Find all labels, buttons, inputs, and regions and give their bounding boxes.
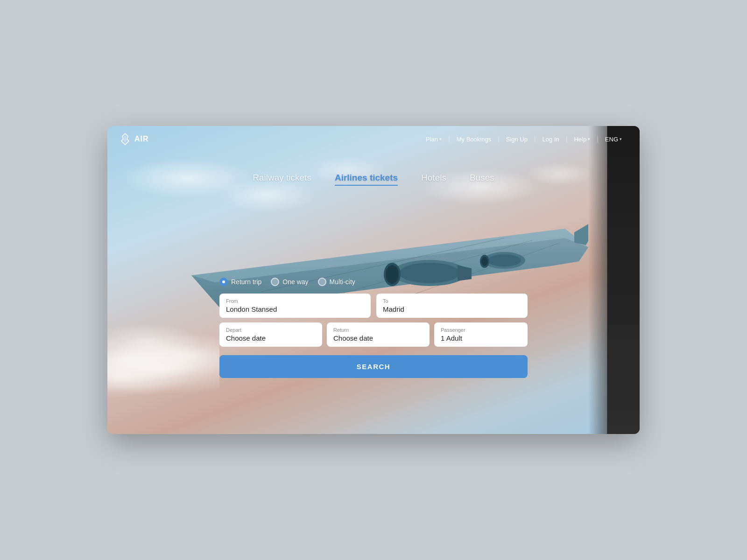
- clouds-bottom: [107, 303, 219, 397]
- radio-one-way[interactable]: One way: [271, 278, 308, 286]
- nav-language[interactable]: ENG ▾: [599, 136, 628, 143]
- nav-my-bookings[interactable]: My Bookings: [450, 136, 498, 143]
- to-value: Madrid: [383, 305, 521, 313]
- nav-sign-up[interactable]: Sign Up: [500, 136, 534, 143]
- logo[interactable]: AIR: [119, 133, 149, 146]
- depart-field[interactable]: Depart Choose date: [219, 322, 322, 347]
- radio-multicity-icon: [318, 278, 326, 286]
- radio-oneway-icon: [271, 278, 279, 286]
- nav-plan[interactable]: Plan ▾: [419, 136, 448, 143]
- radio-multi-city[interactable]: Multi-city: [318, 278, 355, 286]
- search-button[interactable]: SEARCH: [219, 355, 528, 378]
- tab-buses[interactable]: Buses: [470, 173, 494, 186]
- clouds-top: [107, 145, 640, 229]
- return-value: Choose date: [333, 334, 423, 342]
- plan-chevron-icon: ▾: [439, 137, 442, 141]
- to-field[interactable]: To Madrid: [376, 294, 528, 318]
- radio-return-label: Return trip: [231, 278, 261, 286]
- date-passenger-row: Depart Choose date Return Choose date Pa…: [219, 322, 528, 347]
- logo-icon: [119, 133, 132, 146]
- logo-text: AIR: [134, 135, 149, 143]
- nav-log-in[interactable]: Log In: [536, 136, 566, 143]
- passenger-field[interactable]: Passenger 1 Adult: [434, 322, 528, 347]
- browser-window: AIR Plan ▾ | My Bookings | Sign Up | Log…: [107, 126, 640, 434]
- passenger-label: Passenger: [441, 327, 521, 333]
- window-frame-right: [588, 126, 640, 434]
- help-chevron-icon: ▾: [588, 137, 590, 141]
- tab-railway[interactable]: Railway tickets: [253, 173, 311, 186]
- search-container: Return trip One way Multi-city From Lond…: [219, 278, 528, 378]
- from-value: London Stansed: [226, 305, 364, 313]
- nav-right: Plan ▾ | My Bookings | Sign Up | Log In …: [419, 135, 628, 143]
- trip-type-row: Return trip One way Multi-city: [219, 278, 528, 286]
- tab-hotels[interactable]: Hotels: [421, 173, 446, 186]
- navbar: AIR Plan ▾ | My Bookings | Sign Up | Log…: [107, 126, 640, 152]
- nav-help[interactable]: Help ▾: [567, 136, 597, 143]
- from-label: From: [226, 298, 364, 304]
- from-field[interactable]: From London Stansed: [219, 294, 371, 318]
- depart-value: Choose date: [226, 334, 316, 342]
- window-frame-inner: [607, 126, 640, 434]
- return-field[interactable]: Return Choose date: [327, 322, 430, 347]
- radio-multicity-label: Multi-city: [330, 278, 355, 286]
- tab-airlines[interactable]: Airlines tickets: [335, 173, 398, 186]
- return-label: Return: [333, 327, 423, 333]
- passenger-value: 1 Adult: [441, 334, 521, 342]
- radio-return-trip[interactable]: Return trip: [219, 278, 261, 286]
- radio-oneway-label: One way: [282, 278, 308, 286]
- to-label: To: [383, 298, 521, 304]
- depart-label: Depart: [226, 327, 316, 333]
- main-tabs: Railway tickets Airlines tickets Hotels …: [107, 173, 640, 186]
- from-to-row: From London Stansed To Madrid: [219, 294, 528, 318]
- radio-return-icon: [219, 278, 228, 286]
- lang-chevron-icon: ▾: [620, 137, 622, 141]
